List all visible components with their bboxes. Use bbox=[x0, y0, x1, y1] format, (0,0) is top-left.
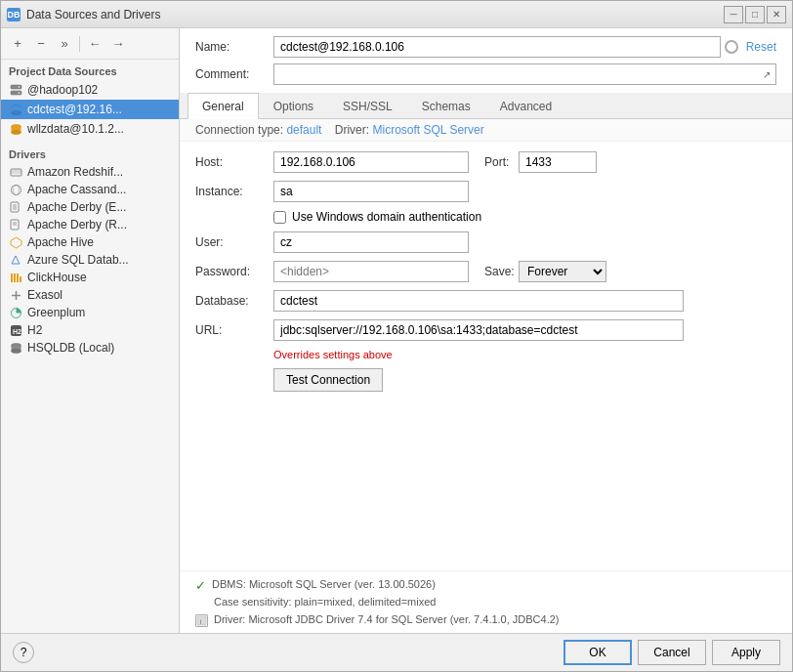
instance-input[interactable] bbox=[273, 181, 469, 202]
tab-content-general: Host: Port: Instance: Use Windows domain… bbox=[180, 142, 792, 570]
driver-item-exasol[interactable]: Exasol bbox=[1, 286, 179, 304]
svg-rect-10 bbox=[11, 169, 21, 176]
svg-rect-23 bbox=[11, 273, 13, 282]
tab-schemas[interactable]: Schemas bbox=[407, 93, 485, 119]
help-button[interactable]: ? bbox=[13, 642, 34, 663]
driver-item-greenplum[interactable]: Greenplum bbox=[1, 304, 179, 321]
exasol-icon bbox=[9, 288, 22, 302]
windows-auth-row: Use Windows domain authentication bbox=[195, 210, 776, 224]
right-panel: Name: Reset Comment: ↗ Gener bbox=[180, 28, 792, 633]
host-input[interactable] bbox=[273, 151, 469, 173]
datasource-item-cdctest[interactable]: cdctest@192.16... bbox=[1, 100, 179, 119]
toolbar-separator bbox=[79, 36, 80, 52]
close-button[interactable]: ✕ bbox=[767, 6, 786, 23]
user-input[interactable] bbox=[273, 231, 469, 253]
driver-label: Apache Hive bbox=[27, 235, 94, 249]
port-input[interactable] bbox=[519, 151, 597, 173]
bottom-bar: ? OK Cancel Apply bbox=[1, 633, 792, 671]
password-label: Password: bbox=[195, 265, 273, 278]
conn-type-prefix: Connection type: bbox=[195, 123, 283, 137]
driver-label: Exasol bbox=[27, 288, 63, 302]
database-input[interactable] bbox=[273, 290, 684, 312]
expand-button[interactable]: ↗ bbox=[757, 63, 776, 85]
main-window: DB Data Sources and Drivers ─ □ ✕ + − » … bbox=[0, 0, 793, 672]
forward-button[interactable]: → bbox=[107, 33, 129, 55]
user-label: User: bbox=[195, 235, 273, 249]
svg-point-6 bbox=[11, 110, 21, 114]
driver-item-clickhouse[interactable]: ClickHouse bbox=[1, 269, 179, 286]
hive-icon bbox=[9, 235, 22, 249]
driver-label: Apache Cassand... bbox=[27, 183, 126, 196]
driver-link[interactable]: Microsoft SQL Server bbox=[372, 123, 483, 137]
back-button[interactable]: ← bbox=[84, 33, 105, 55]
password-input[interactable] bbox=[273, 261, 469, 282]
tab-advanced[interactable]: Advanced bbox=[485, 93, 566, 119]
driver-label: Azure SQL Datab... bbox=[27, 253, 129, 267]
instance-row: Instance: bbox=[195, 181, 776, 202]
tab-sshssl[interactable]: SSH/SSL bbox=[328, 93, 407, 119]
reset-button[interactable]: Reset bbox=[746, 40, 776, 54]
status-indicator bbox=[725, 40, 738, 54]
windows-auth-checkbox[interactable] bbox=[273, 211, 286, 224]
driver-item-h2[interactable]: H2 H2 bbox=[1, 321, 179, 339]
title-bar-left: DB Data Sources and Drivers bbox=[7, 8, 160, 21]
url-input[interactable] bbox=[273, 319, 684, 341]
conn-info-bar: Connection type: default Driver: Microso… bbox=[180, 119, 792, 142]
svg-point-9 bbox=[11, 130, 21, 134]
status-text-2: Case sensitivity: plain=mixed, delimited… bbox=[214, 595, 436, 609]
ok-button[interactable]: OK bbox=[563, 640, 632, 665]
driver-item-cassandra[interactable]: Apache Cassand... bbox=[1, 181, 179, 198]
svg-point-3 bbox=[18, 92, 20, 94]
minimize-button[interactable]: ─ bbox=[724, 6, 743, 23]
url-label: URL: bbox=[195, 323, 273, 337]
test-connection-row: Test Connection bbox=[195, 368, 776, 392]
driver-item-hsqldb[interactable]: HSQLDB (Local) bbox=[1, 339, 179, 357]
tabs-bar: General Options SSH/SSL Schemas Advanced bbox=[180, 93, 792, 119]
maximize-button[interactable]: □ bbox=[745, 6, 765, 23]
driver-item-azure[interactable]: Azure SQL Datab... bbox=[1, 251, 179, 269]
svg-rect-25 bbox=[17, 273, 19, 282]
driver-label: Amazon Redshif... bbox=[27, 165, 123, 179]
name-label: Name: bbox=[195, 40, 273, 54]
comment-label: Comment: bbox=[195, 67, 273, 81]
cancel-button[interactable]: Cancel bbox=[638, 640, 706, 665]
cassandra-icon bbox=[9, 183, 22, 196]
database-label: Database: bbox=[195, 294, 273, 308]
driver-item-amazon[interactable]: Amazon Redshif... bbox=[1, 163, 179, 181]
tab-options[interactable]: Options bbox=[259, 93, 328, 119]
datasource-label: @hadoop102 bbox=[27, 83, 98, 97]
password-row: Password: Save: Forever Until restart Ne… bbox=[195, 261, 776, 282]
more-button[interactable]: » bbox=[54, 33, 75, 55]
save-select[interactable]: Forever Until restart Never bbox=[519, 261, 606, 282]
status-section: ✓ DBMS: Microsoft SQL Server (ver. 13.00… bbox=[180, 570, 792, 633]
title-bar: DB Data Sources and Drivers ─ □ ✕ bbox=[1, 1, 792, 28]
status-text-3: Driver: Microsoft JDBC Driver 7.4 for SQ… bbox=[214, 612, 560, 627]
tab-general[interactable]: General bbox=[188, 93, 259, 119]
datasource-item-hadoop[interactable]: @hadoop102 bbox=[1, 80, 179, 100]
svg-marker-22 bbox=[11, 237, 21, 248]
comment-input[interactable] bbox=[273, 63, 776, 85]
derby-e-icon bbox=[9, 200, 22, 214]
svg-rect-35 bbox=[197, 616, 206, 625]
svg-point-13 bbox=[11, 185, 21, 194]
project-data-sources-label: Project Data Sources bbox=[1, 60, 179, 80]
driver-item-derby-r[interactable]: Apache Derby (R... bbox=[1, 216, 179, 233]
datasource-item-wllzdata[interactable]: wllzdata@10.1.2... bbox=[1, 119, 179, 139]
apply-button[interactable]: Apply bbox=[712, 640, 780, 665]
name-section: Name: Reset Comment: ↗ bbox=[180, 28, 792, 93]
add-button[interactable]: + bbox=[7, 33, 28, 55]
hsqldb-icon bbox=[9, 341, 22, 355]
comment-row: Comment: ↗ bbox=[195, 63, 776, 85]
driver-item-derby-e[interactable]: Apache Derby (E... bbox=[1, 198, 179, 216]
overrides-text: Overrides settings above bbox=[195, 349, 776, 360]
name-row: Name: Reset bbox=[195, 36, 776, 58]
name-input[interactable] bbox=[273, 36, 721, 58]
driver-item-hive[interactable]: Apache Hive bbox=[1, 233, 179, 251]
name-input-wrapper bbox=[273, 36, 738, 58]
test-connection-button[interactable]: Test Connection bbox=[273, 368, 383, 392]
server-icon bbox=[9, 83, 22, 97]
window-controls: ─ □ ✕ bbox=[724, 6, 786, 23]
remove-button[interactable]: − bbox=[30, 33, 52, 55]
azure-icon bbox=[9, 253, 22, 267]
conn-type-link[interactable]: default bbox=[286, 123, 321, 137]
